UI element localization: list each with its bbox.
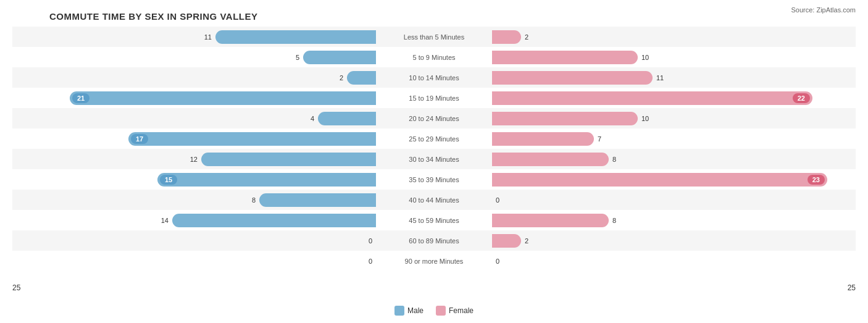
female-section: 23 xyxy=(490,169,856,190)
chart-row: 1445 to 59 Minutes8 xyxy=(12,210,856,230)
male-value-label: 11 xyxy=(204,33,212,41)
chart-row: 210 to 14 Minutes11 xyxy=(12,67,856,88)
legend-female: Female xyxy=(436,306,474,316)
chart-area: 11Less than 5 Minutes255 to 9 Minutes102… xyxy=(12,27,856,286)
male-section: 21 xyxy=(12,88,378,108)
row-label: 5 to 9 Minutes xyxy=(378,54,490,61)
chart-row: 840 to 44 Minutes0 xyxy=(12,190,856,210)
legend-male-box xyxy=(394,306,404,316)
source-text: Source: ZipAtlas.com xyxy=(791,6,856,14)
female-value-label: 2 xyxy=(525,33,528,41)
male-section: 5 xyxy=(12,47,378,67)
row-label: 40 to 44 Minutes xyxy=(378,196,490,204)
row-label: 35 to 39 Minutes xyxy=(378,176,490,183)
female-section: 11 xyxy=(490,67,856,88)
female-value-label: 11 xyxy=(656,74,664,82)
chart-row: 420 to 24 Minutes10 xyxy=(12,108,856,128)
chart-row: 060 to 89 Minutes2 xyxy=(12,230,856,251)
male-section: 15 xyxy=(12,169,378,190)
row-label: 30 to 34 Minutes xyxy=(378,156,490,163)
male-value-label: 0 xyxy=(369,258,372,265)
chart-row: 55 to 9 Minutes10 xyxy=(12,47,856,67)
male-value-label: 14 xyxy=(161,217,169,224)
female-section: 0 xyxy=(490,190,856,210)
female-section: 8 xyxy=(490,149,856,169)
male-section: 0 xyxy=(12,230,378,251)
chart-row: 090 or more Minutes0 xyxy=(12,251,856,271)
male-section: 14 xyxy=(12,210,378,230)
chart-row: 1230 to 34 Minutes8 xyxy=(12,149,856,169)
male-value-label: 5 xyxy=(296,54,299,61)
female-section: 2 xyxy=(490,27,856,47)
row-label: 90 or more Minutes xyxy=(378,258,490,265)
female-section: 0 xyxy=(490,251,856,271)
legend: Male Female xyxy=(394,306,474,316)
female-value-label: 10 xyxy=(641,115,649,122)
row-label: 25 to 29 Minutes xyxy=(378,135,490,143)
female-section: 7 xyxy=(490,128,856,149)
axis-right-label: 25 xyxy=(848,283,856,292)
male-section: 11 xyxy=(12,27,378,47)
row-label: 45 to 59 Minutes xyxy=(378,217,490,224)
female-value-label: 2 xyxy=(525,237,528,245)
chart-row: 11Less than 5 Minutes2 xyxy=(12,27,856,47)
legend-male: Male xyxy=(394,306,424,316)
female-section: 10 xyxy=(490,108,856,128)
axis-left-label: 25 xyxy=(12,283,20,292)
row-label: 20 to 24 Minutes xyxy=(378,115,490,122)
female-value-label: 8 xyxy=(612,156,616,163)
male-value-label: 0 xyxy=(369,237,372,245)
male-value-label: 8 xyxy=(252,196,256,204)
chart-row: 1535 to 39 Minutes23 xyxy=(12,169,856,190)
row-label: 60 to 89 Minutes xyxy=(378,237,490,245)
row-label: 10 to 14 Minutes xyxy=(378,74,490,82)
female-section: 10 xyxy=(490,47,856,67)
legend-female-box xyxy=(436,306,446,316)
male-value-label: 4 xyxy=(311,115,314,122)
row-label: 15 to 19 Minutes xyxy=(378,94,490,102)
chart-row: 1725 to 29 Minutes7 xyxy=(12,128,856,149)
chart-container: COMMUTE TIME BY SEX IN SPRING VALLEY Sou… xyxy=(0,0,868,323)
male-section: 2 xyxy=(12,67,378,88)
chart-title: COMMUTE TIME BY SEX IN SPRING VALLEY xyxy=(12,6,856,24)
female-value-label: 10 xyxy=(641,54,649,61)
legend-female-label: Female xyxy=(449,306,474,315)
female-value-label: 0 xyxy=(496,196,499,204)
female-value-label: 0 xyxy=(496,258,499,265)
female-section: 2 xyxy=(490,230,856,251)
chart-row: 2115 to 19 Minutes22 xyxy=(12,88,856,108)
male-value-label: 12 xyxy=(190,156,198,163)
row-label: Less than 5 Minutes xyxy=(378,33,490,41)
legend-male-label: Male xyxy=(407,306,424,315)
male-section: 4 xyxy=(12,108,378,128)
male-section: 17 xyxy=(12,128,378,149)
female-value-label: 8 xyxy=(612,217,616,224)
male-section: 8 xyxy=(12,190,378,210)
male-section: 12 xyxy=(12,149,378,169)
female-section: 22 xyxy=(490,88,856,108)
male-value-label: 2 xyxy=(340,74,343,82)
male-section: 0 xyxy=(12,251,378,271)
female-value-label: 7 xyxy=(598,135,601,143)
female-section: 8 xyxy=(490,210,856,230)
